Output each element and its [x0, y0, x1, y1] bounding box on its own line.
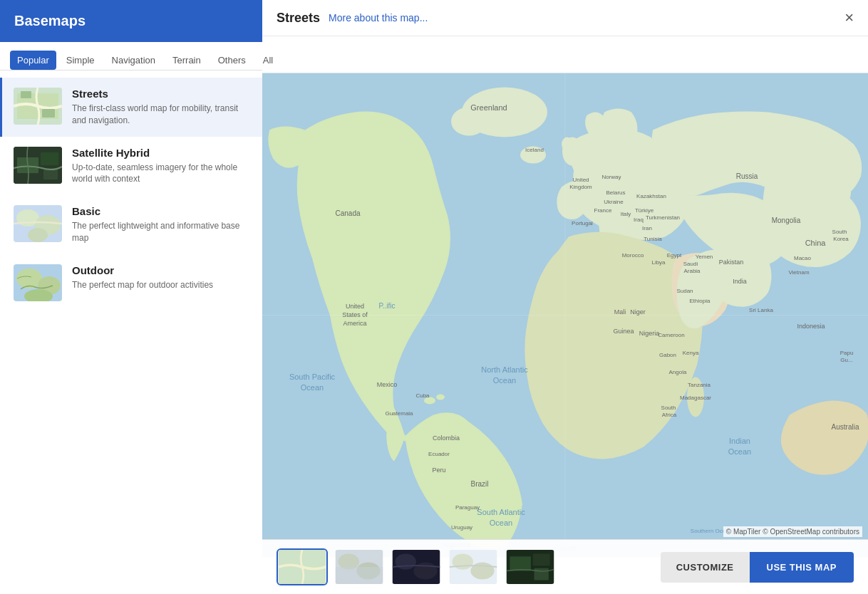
svg-text:Australia: Australia	[832, 423, 859, 431]
style-thumb-satellite-mini[interactable]	[505, 548, 556, 585]
svg-text:Africa: Africa	[662, 412, 677, 418]
svg-text:Ukraine: Ukraine	[604, 199, 624, 205]
svg-point-23	[436, 395, 445, 400]
map-name-outdoor: Outdoor	[72, 264, 251, 276]
style-thumb-light[interactable]	[448, 548, 499, 585]
svg-text:France: France	[594, 207, 612, 214]
sidebar-header: Basemaps	[0, 0, 262, 42]
svg-text:Angola: Angola	[669, 369, 687, 375]
svg-text:Ecuador: Ecuador	[428, 451, 450, 457]
style-thumb-streets[interactable]	[277, 548, 328, 585]
style-thumb-basic[interactable]	[334, 548, 385, 585]
map-item-outdoor[interactable]: Outdoor The perfect map for outdoor acti…	[0, 254, 262, 311]
map-attribution: © MapTiler © OpenStreetMap contributors	[723, 526, 862, 537]
svg-rect-119	[510, 556, 531, 570]
svg-text:Canada: Canada	[335, 209, 360, 217]
svg-text:Ocean: Ocean	[728, 447, 751, 456]
svg-text:Ocean: Ocean	[490, 519, 512, 527]
svg-point-20	[451, 108, 487, 136]
svg-rect-120	[533, 554, 550, 566]
svg-text:Iceland: Iceland	[525, 147, 544, 153]
world-map: Greenland Canada United States of Americ…	[262, 36, 868, 594]
svg-text:Kingdom: Kingdom	[569, 184, 592, 190]
tab-others[interactable]: Others	[211, 51, 253, 70]
app-container: Basemaps Popular Simple Navigation Terra…	[0, 0, 868, 594]
map-info-satellite: Satellite Hybrid Up-to-date, seamless im…	[72, 147, 251, 186]
style-thumb-dark[interactable]	[391, 548, 442, 585]
map-header: Streets More about this map... ×	[262, 0, 868, 36]
svg-text:Guinea: Guinea	[613, 328, 634, 335]
customize-button[interactable]: CUSTOMIZE	[661, 552, 750, 583]
svg-text:Egypt: Egypt	[667, 252, 682, 259]
style-thumb-container	[277, 548, 556, 585]
svg-text:Brazil: Brazil	[470, 480, 488, 488]
svg-point-117	[470, 563, 494, 580]
svg-text:Niger: Niger	[630, 308, 646, 316]
svg-text:Greenland: Greenland	[470, 103, 507, 112]
svg-text:Papu: Papu	[840, 350, 854, 356]
svg-text:Ocean: Ocean	[301, 383, 324, 392]
map-name-streets: Streets	[72, 88, 251, 100]
svg-text:Indonesia: Indonesia	[797, 323, 825, 330]
svg-text:Morocco: Morocco	[622, 252, 644, 259]
svg-text:South: South	[661, 405, 676, 411]
svg-rect-4	[42, 109, 55, 118]
use-this-map-button[interactable]: USE THIS MAP	[750, 552, 854, 583]
map-item-satellite[interactable]: Satellite Hybrid Up-to-date, seamless im…	[0, 137, 262, 196]
svg-rect-121	[534, 568, 549, 580]
tab-simple[interactable]: Simple	[59, 51, 102, 70]
map-desc-outdoor: The perfect map for outdoor activities	[72, 279, 251, 291]
svg-text:Ethiopia: Ethiopia	[690, 298, 711, 304]
tab-navigation[interactable]: Navigation	[105, 51, 162, 70]
svg-text:Vietnam: Vietnam	[788, 269, 810, 276]
svg-rect-3	[21, 91, 31, 98]
map-thumb-basic	[14, 205, 62, 242]
svg-text:India: India	[733, 278, 747, 285]
svg-text:Nigeria: Nigeria	[639, 330, 660, 337]
svg-text:Russia: Russia	[736, 172, 758, 180]
svg-point-28	[842, 184, 851, 202]
svg-text:South Pacific: South Pacific	[289, 372, 336, 381]
svg-text:North Atlantic: North Atlantic	[481, 365, 528, 374]
svg-text:Kenya: Kenya	[683, 350, 699, 356]
svg-text:Norway: Norway	[601, 174, 621, 180]
map-footer: CUSTOMIZE USE THIS MAP	[262, 539, 868, 594]
map-thumb-satellite	[14, 147, 62, 184]
close-button[interactable]: ×	[844, 10, 854, 26]
sidebar: Basemaps Popular Simple Navigation Terra…	[0, 0, 262, 594]
svg-text:P..ific: P..ific	[378, 302, 395, 310]
svg-text:Gabon: Gabon	[659, 352, 676, 358]
svg-text:Mongolia: Mongolia	[772, 217, 801, 224]
svg-text:Guatemala: Guatemala	[385, 410, 413, 417]
svg-text:China: China	[805, 239, 827, 247]
svg-text:America: America	[343, 320, 366, 327]
svg-point-114	[413, 563, 437, 580]
map-info-streets: Streets The first-class world map for mo…	[72, 88, 251, 127]
map-item-streets[interactable]: Streets The first-class world map for mo…	[0, 78, 262, 137]
svg-rect-111	[336, 567, 383, 584]
svg-text:Paraguay: Paraguay	[455, 504, 480, 511]
main-area: Streets More about this map... ×	[262, 0, 868, 594]
svg-text:Ocean: Ocean	[493, 376, 516, 385]
svg-text:Sri Lanka: Sri Lanka	[749, 307, 773, 313]
svg-point-116	[452, 554, 473, 570]
svg-point-27	[832, 189, 844, 214]
map-item-basic[interactable]: Basic The perfect lightweight and inform…	[0, 195, 262, 254]
sidebar-tabs: Popular Simple Navigation Terrain Others…	[0, 42, 262, 71]
tab-terrain[interactable]: Terrain	[165, 51, 208, 70]
svg-text:Colombia: Colombia	[433, 434, 460, 442]
svg-point-25	[562, 137, 573, 152]
map-info-basic: Basic The perfect lightweight and inform…	[72, 205, 251, 244]
svg-point-113	[395, 554, 416, 570]
sidebar-list: Streets The first-class world map for mo…	[0, 71, 262, 594]
svg-text:Iran: Iran	[642, 225, 652, 231]
svg-text:Italy: Italy	[621, 211, 631, 217]
svg-text:Portugal: Portugal	[572, 220, 593, 226]
svg-text:Türkiye: Türkiye	[635, 207, 654, 214]
tab-popular[interactable]: Popular	[10, 51, 56, 70]
svg-text:Sudan: Sudan	[676, 288, 693, 294]
svg-text:Madagascar: Madagascar	[680, 395, 711, 401]
map-more-link[interactable]: More about this map...	[329, 12, 428, 24]
svg-text:Indian: Indian	[729, 437, 750, 445]
svg-point-13	[28, 228, 48, 242]
